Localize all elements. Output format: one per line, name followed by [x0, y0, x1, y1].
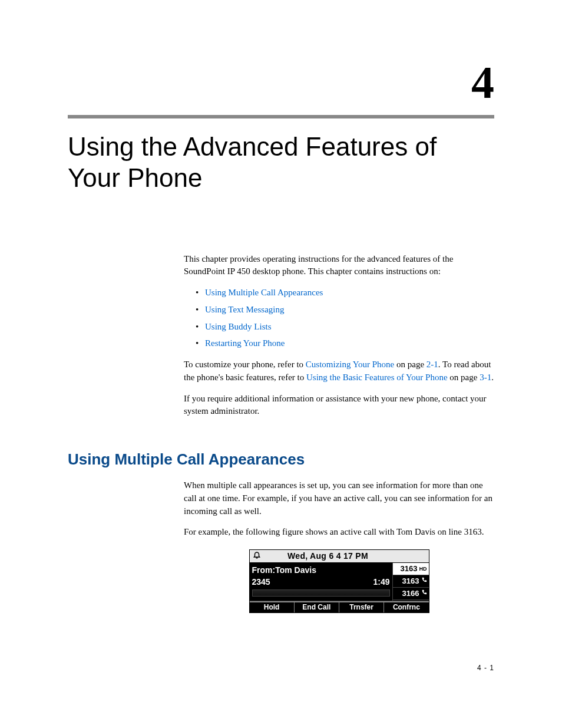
text-span: To customize your phone, refer to	[184, 360, 306, 369]
phone-icon	[421, 589, 427, 598]
line-number: 3163	[401, 564, 418, 575]
chapter-number: 4	[68, 56, 494, 109]
section-body: When multiple call appearances is set up…	[184, 479, 494, 613]
assistance-paragraph: If you require additional information or…	[184, 393, 494, 419]
phone-main-area: From:Tom Davis 2345 1:49 3163 HD 3163	[250, 563, 429, 601]
text-span: .	[491, 373, 494, 382]
softkey-transfer: Trnsfer	[339, 601, 384, 612]
line-key: 3163 HD	[393, 563, 429, 575]
bell-icon	[250, 550, 264, 562]
line-key: 3166	[393, 588, 429, 600]
softkey-hold: Hold	[250, 601, 295, 612]
softkey-conference: Confrnc	[384, 601, 428, 612]
text-span: on page	[448, 373, 480, 382]
call-info-pane: From:Tom Davis 2345 1:49	[250, 563, 392, 601]
line-key: 3163	[393, 575, 429, 588]
cross-ref-link[interactable]: Using the Basic Features of Your Phone	[306, 373, 448, 382]
phone-icon	[421, 577, 427, 586]
call-details-row: 2345 1:49	[252, 576, 390, 588]
toc-link[interactable]: Using Multiple Call Appearances	[205, 288, 323, 297]
caller-name: From:Tom Davis	[252, 564, 390, 576]
caller-number: 2345	[252, 576, 270, 588]
cross-ref-link[interactable]: Customizing Your Phone	[306, 360, 394, 369]
chapter-title: Using the Advanced Features of Your Phon…	[68, 131, 494, 194]
softkey-row: Hold End Call Trnsfer Confrnc	[250, 601, 429, 612]
section-paragraph: When multiple call appearances is set up…	[184, 479, 494, 518]
text-span: on page	[394, 360, 427, 369]
phone-header-row: Wed, Aug 6 4 17 PM	[250, 550, 429, 563]
divider	[68, 115, 494, 118]
body-content: This chapter provides operating instruct…	[184, 253, 494, 419]
hd-icon: HD	[419, 565, 427, 573]
line-number: 3163	[402, 576, 419, 587]
phone-screenshot: Wed, Aug 6 4 17 PM From:Tom Davis 2345 1…	[249, 549, 429, 613]
softkey-endcall: End Call	[295, 601, 339, 612]
intro-paragraph: This chapter provides operating instruct…	[184, 253, 494, 279]
page-number: 4 - 1	[477, 664, 494, 672]
page-ref-link[interactable]: 3-1	[480, 373, 491, 382]
toc-link[interactable]: Using Text Messaging	[205, 305, 285, 314]
line-number: 3166	[402, 588, 419, 599]
section-paragraph: For example, the following figure shows …	[184, 526, 494, 539]
document-page: 4 Using the Advanced Features of Your Ph…	[0, 0, 562, 728]
toc-link[interactable]: Using Buddy Lists	[205, 322, 272, 331]
section-heading: Using Multiple Call Appearances	[68, 450, 494, 469]
page-ref-link[interactable]: 2-1	[427, 360, 438, 369]
line-keys: 3163 HD 3163 3166	[392, 563, 429, 601]
cross-reference-paragraph: To customize your phone, refer to Custom…	[184, 358, 494, 384]
contents-list: Using Multiple Call Appearances Using Te…	[184, 286, 494, 350]
call-duration: 1:49	[373, 576, 389, 588]
toc-link[interactable]: Restarting Your Phone	[205, 338, 285, 348]
info-bar	[252, 589, 390, 597]
phone-datetime: Wed, Aug 6 4 17 PM	[264, 550, 392, 562]
